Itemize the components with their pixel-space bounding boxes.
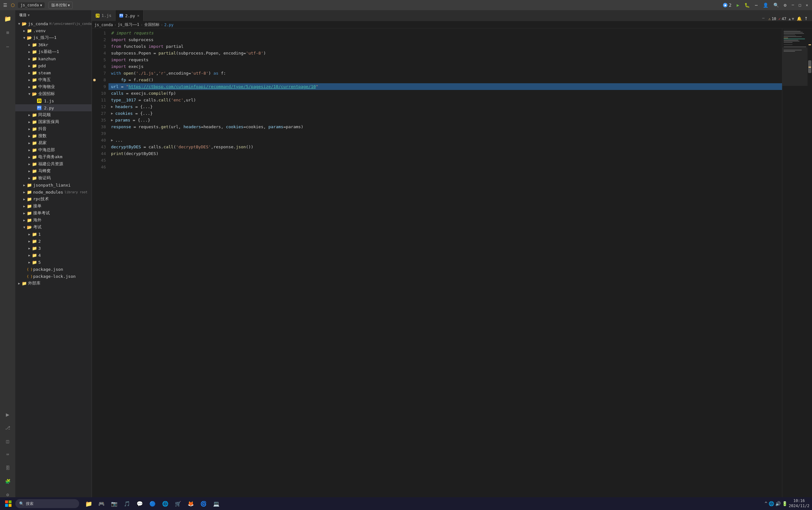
tree-k1[interactable]: ▶ 📁 1: [15, 231, 92, 238]
editor-more-button[interactable]: ⋯: [761, 15, 766, 21]
taskbar-search[interactable]: 🔍 搜索: [15, 499, 79, 508]
minimap-slider[interactable]: [782, 48, 808, 86]
tree-k3[interactable]: ▶ 📁 3: [15, 245, 92, 252]
code-line-10[interactable]: calls = execjs.compile(fp): [109, 90, 782, 97]
search-files-button[interactable]: ⊞: [1, 26, 14, 39]
tray-battery[interactable]: 🔋: [782, 501, 787, 506]
tree-haiwai[interactable]: ▶ 📁 海外: [15, 216, 92, 223]
taskbar-icon-app7[interactable]: 🦊: [185, 498, 197, 509]
tab-2py-close[interactable]: ✕: [137, 13, 139, 18]
search-button[interactable]: 🔍: [772, 2, 780, 8]
collapse-arrow-12[interactable]: ▶: [111, 103, 115, 110]
taskbar-icon-app2[interactable]: 📷: [109, 498, 120, 509]
database-button[interactable]: 🗄: [1, 461, 14, 474]
taskbar-icon-app8[interactable]: 💻: [210, 498, 222, 509]
layers-button[interactable]: ◫: [1, 435, 14, 448]
taskbar-clock[interactable]: 10:16 2024/11/2: [789, 499, 809, 508]
tray-network[interactable]: 🌐: [768, 501, 774, 506]
code-line-9[interactable]: url = "https://ctbpsp.com/cutominfoapi/r…: [109, 83, 782, 90]
tree-k5[interactable]: ▶ 📁 5: [15, 259, 92, 266]
terminal-button[interactable]: ⌨: [1, 448, 14, 461]
taskbar-icon-chrome[interactable]: 🌐: [160, 498, 171, 509]
code-line-46[interactable]: [109, 163, 782, 170]
tree-douyin[interactable]: ▶ 📁 抖音: [15, 125, 92, 132]
tree-k2[interactable]: ▶ 📁 2: [15, 238, 92, 245]
code-line-43[interactable]: decryptByDES = calls.call('decryptByDES'…: [109, 144, 782, 150]
close-button[interactable]: ✕: [804, 3, 809, 8]
collapse-arrow-35[interactable]: ▶: [111, 117, 115, 123]
vcs-button[interactable]: 版本控制 ▼: [49, 2, 73, 9]
tree-dianzi[interactable]: ▶ 📁 电子商务akm: [15, 153, 92, 160]
tree-package-json[interactable]: ▶ { } package.json: [15, 266, 92, 273]
tree-k4[interactable]: ▶ 📁 4: [15, 252, 92, 259]
taskbar-icon-app1[interactable]: 🎮: [96, 498, 107, 509]
breadcrumb-path2[interactable]: 全国招标: [144, 22, 160, 27]
notifications-button[interactable]: 🔔: [797, 16, 803, 21]
code-line-39[interactable]: [109, 130, 782, 137]
code-line-2[interactable]: import subprocess: [109, 36, 782, 43]
tree-fujian[interactable]: ▶ 📁 福建公共资源: [15, 160, 92, 168]
tray-volume[interactable]: 🔊: [775, 501, 781, 506]
code-line-11[interactable]: type__1017 = calls.call('enc',url): [109, 97, 782, 103]
tree-pdd[interactable]: ▶ 📁 pdd: [15, 62, 92, 69]
tree-steam[interactable]: ▶ 📁 steam: [15, 69, 92, 76]
run-indicator[interactable]: ● 2: [722, 2, 732, 8]
code-line-35[interactable]: ▶ params = {...}: [109, 117, 782, 123]
code-line-1[interactable]: # import requests: [109, 30, 782, 36]
code-line-12[interactable]: ▶ headers = {...}: [109, 103, 782, 110]
tab-2py[interactable]: PY 2.py ✕: [116, 10, 144, 21]
tree-quanguo[interactable]: ▼ 📂 全国招标: [15, 90, 92, 97]
tree-yanzhengma[interactable]: ▶ 📁 验证码: [15, 175, 92, 181]
maximize-button[interactable]: □: [797, 3, 803, 8]
code-line-7[interactable]: with open('./1.js','r',encoding='utf-8')…: [109, 70, 782, 77]
code-line-38[interactable]: response = requests.get(url, headers=hea…: [109, 123, 782, 130]
tree-jsonpath[interactable]: ▶ 📁 jsonpath_lianxi: [15, 181, 92, 188]
taskbar-icon-app5[interactable]: 🔵: [147, 498, 158, 509]
collapse-arrow-27[interactable]: ▶: [111, 110, 115, 117]
tree-kaoshi[interactable]: ▼ 📂 考试: [15, 223, 92, 231]
tree-1js[interactable]: ▶ JS 1.js: [15, 97, 92, 104]
tree-package-lock-json[interactable]: ▶ { } package-lock.json: [15, 273, 92, 280]
tree-kanzhun[interactable]: ▶ 📁 kanzhun: [15, 55, 92, 62]
minimize-button[interactable]: ─: [790, 3, 795, 8]
tree-jiedan[interactable]: ▶ 📁 接单: [15, 203, 92, 210]
breadcrumb-root[interactable]: js_conda: [94, 23, 113, 27]
tree-jiedan-kaoshi[interactable]: ▶ 📁 接单考试: [15, 210, 92, 216]
code-line-40[interactable]: ▶ ...: [109, 137, 782, 144]
sidebar-dropdown-icon[interactable]: ▼: [28, 13, 30, 17]
tree-js-practice[interactable]: ▼ 📂 js_练习——1: [15, 34, 92, 41]
tree-js-basic[interactable]: ▶ 📁 js基础——1: [15, 48, 92, 55]
tree-yijia[interactable]: ▶ 📁 易家: [15, 139, 92, 146]
tree-zhonghaiwuye[interactable]: ▶ 📁 中海物业: [15, 83, 92, 90]
project-selector[interactable]: js_conda ▼: [18, 2, 45, 8]
tree-node-modules[interactable]: ▶ 📁 node_modules library root: [15, 188, 92, 196]
explorer-button[interactable]: 📁: [1, 12, 14, 25]
tree-zhonghai5[interactable]: ▶ 📁 中海五: [15, 76, 92, 83]
more-options-button[interactable]: ⋯: [754, 2, 759, 8]
git-button[interactable]: ⎇: [1, 421, 14, 434]
debug-button[interactable]: 🐛: [743, 2, 751, 8]
profile-button[interactable]: 👤: [762, 2, 770, 8]
tree-tonghuashun[interactable]: ▶ 📁 同花顺: [15, 111, 92, 118]
tree-venv[interactable]: ▶ 📁 .venv: [15, 27, 92, 34]
tree-guojia[interactable]: ▶ 📁 国家医保局: [15, 118, 92, 125]
code-content[interactable]: # import requestsimport subprocessfrom f…: [109, 28, 782, 503]
start-button[interactable]: [3, 498, 14, 509]
code-line-6[interactable]: import execjs: [109, 63, 782, 70]
settings-button[interactable]: ⚙: [783, 2, 788, 8]
code-line-45[interactable]: [109, 157, 782, 163]
extensions-button[interactable]: ⋯: [1, 40, 14, 53]
taskbar-icon-edge[interactable]: 🌀: [198, 498, 209, 509]
code-line-3[interactable]: from functools import partial: [109, 43, 782, 50]
tree-mafengwo[interactable]: ▶ 📁 马蜂窝: [15, 168, 92, 175]
code-line-44[interactable]: print(decryptByDES): [109, 150, 782, 157]
code-line-27[interactable]: ▶ cookies = {...}: [109, 110, 782, 117]
taskbar-icon-app4[interactable]: 💬: [134, 498, 145, 509]
tree-2py[interactable]: ▶ PY 2.py: [15, 104, 92, 111]
app-menu-icon[interactable]: ☰: [3, 3, 8, 8]
tab-1js[interactable]: JS 1.js: [92, 10, 116, 21]
code-line-4[interactable]: subprocess.Popen = partial(subprocess.Po…: [109, 50, 782, 56]
tree-waibuma[interactable]: ▶ 📁 外部库: [15, 280, 92, 287]
tray-chevron[interactable]: ^: [765, 501, 767, 506]
tree-soushu[interactable]: ▶ 📁 搜数: [15, 132, 92, 139]
